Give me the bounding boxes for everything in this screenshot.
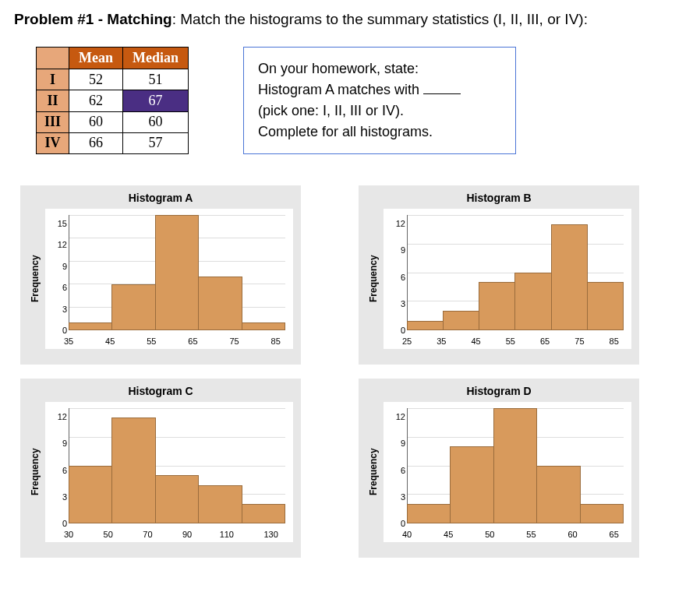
- chart-title: Histogram A: [28, 192, 293, 204]
- y-tick: 6: [47, 466, 67, 474]
- y-tick: 0: [385, 520, 405, 528]
- y-ticks: 036912: [385, 408, 405, 523]
- y-ticks: 036912: [47, 408, 67, 523]
- y-tick: 15: [47, 220, 67, 228]
- y-tick: 9: [385, 439, 405, 448]
- table-body: I 52 51 II 62 67 III 60 60 IV 66 57: [37, 69, 189, 154]
- bar: [198, 485, 242, 523]
- x-tick: 70: [143, 530, 152, 539]
- bars: [407, 215, 624, 330]
- x-ticks: 404550556065: [407, 530, 624, 539]
- mean-cell: 62: [69, 90, 123, 111]
- histogram-c-panel: Histogram C Frequency 036912305070901101…: [20, 379, 301, 558]
- x-tick: 130: [263, 530, 278, 539]
- y-tick: 9: [47, 439, 67, 448]
- x-tick: 50: [104, 530, 113, 539]
- chart-title: Histogram D: [366, 385, 631, 397]
- problem-heading: Problem #1 - Matching: Match the histogr…: [14, 11, 686, 28]
- x-tick: 45: [444, 530, 453, 539]
- x-tick: 25: [402, 336, 412, 346]
- median-cell: 60: [123, 111, 189, 132]
- y-axis-label: Frequency: [28, 209, 42, 349]
- table-corner: [37, 48, 69, 69]
- x-tick: 90: [182, 530, 192, 539]
- info-line3: (pick one: I, II, III or IV).: [258, 100, 501, 122]
- y-axis-label: Frequency: [28, 402, 42, 542]
- info-line2-text: Histogram A matches with: [258, 82, 423, 97]
- x-tick: 55: [506, 336, 515, 346]
- y-tick: 6: [47, 284, 67, 292]
- y-tick: 9: [385, 246, 405, 255]
- bar: [69, 322, 113, 330]
- plot-area: 03691225354555657585: [384, 209, 631, 349]
- info-line4: Complete for all histograms.: [258, 122, 501, 143]
- info-line1: On your homework, state:: [258, 58, 501, 79]
- y-tick: 3: [47, 492, 67, 501]
- x-ticks: 25354555657585: [407, 336, 624, 346]
- x-ticks: 354555657585: [69, 336, 285, 346]
- x-tick: 110: [220, 530, 234, 539]
- bar: [407, 321, 444, 330]
- chart-title: Histogram C: [28, 385, 293, 397]
- x-tick: 60: [567, 530, 577, 539]
- x-tick: 75: [574, 336, 584, 346]
- x-tick: 85: [610, 336, 619, 346]
- x-tick: 85: [271, 336, 281, 346]
- x-tick: 45: [105, 336, 115, 346]
- x-tick: 75: [229, 336, 239, 346]
- top-row: Mean Median I 52 51 II 62 67 III 60 60 I…: [36, 47, 686, 154]
- y-ticks: 036912: [385, 215, 405, 330]
- y-tick: 0: [47, 326, 67, 334]
- bar: [514, 273, 551, 330]
- row-label: I: [37, 69, 69, 90]
- bar: [242, 322, 286, 330]
- y-tick: 6: [385, 466, 405, 474]
- bar: [479, 282, 515, 330]
- median-cell: 51: [123, 69, 189, 90]
- histogram-a-panel: Histogram A Frequency 036912153545556575…: [20, 185, 301, 365]
- x-tick: 30: [64, 530, 73, 539]
- table-row: IV 66 57: [37, 132, 189, 153]
- y-tick: 3: [385, 492, 405, 501]
- chart-title: Histogram B: [366, 192, 631, 204]
- charts-grid: Histogram A Frequency 036912153545556575…: [20, 185, 686, 558]
- mean-cell: 52: [69, 69, 123, 90]
- x-tick: 65: [188, 336, 197, 346]
- col-mean: Mean: [69, 48, 123, 69]
- table-row: II 62 67: [37, 90, 189, 111]
- y-ticks: 03691215: [47, 215, 67, 330]
- y-tick: 3: [385, 299, 405, 308]
- x-tick: 65: [610, 530, 619, 539]
- histogram-b-panel: Histogram B Frequency 036912253545556575…: [359, 185, 639, 365]
- summary-stats-table: Mean Median I 52 51 II 62 67 III 60 60 I…: [36, 47, 189, 154]
- y-tick: 12: [385, 220, 405, 228]
- y-axis-label: Frequency: [366, 402, 380, 542]
- instructions-box: On your homework, state: Histogram A mat…: [243, 47, 516, 154]
- mean-cell: 66: [69, 132, 123, 153]
- bar: [155, 215, 200, 330]
- x-tick: 50: [485, 530, 494, 539]
- y-tick: 0: [385, 326, 405, 335]
- median-cell: 57: [123, 132, 189, 153]
- y-axis-label: Frequency: [366, 209, 380, 349]
- x-tick: 55: [147, 336, 156, 346]
- bar: [242, 504, 286, 523]
- heading-bold: Problem #1 - Matching: [14, 11, 172, 27]
- histogram-d-panel: Histogram D Frequency 036912404550556065: [359, 379, 639, 558]
- plot-area: 03691230507090110130: [45, 402, 293, 542]
- x-tick: 65: [540, 336, 550, 346]
- bar: [111, 418, 156, 523]
- x-tick: 45: [471, 336, 480, 346]
- mean-cell: 60: [69, 111, 123, 132]
- bar: [111, 284, 156, 330]
- y-tick: 12: [47, 241, 67, 249]
- y-tick: 12: [47, 413, 67, 421]
- row-label: III: [37, 111, 69, 132]
- y-tick: 3: [47, 305, 67, 313]
- x-ticks: 30507090110130: [69, 530, 285, 539]
- x-tick: 55: [526, 530, 536, 539]
- bar: [580, 504, 624, 523]
- x-tick: 40: [402, 530, 412, 539]
- bar: [407, 504, 451, 523]
- x-tick: 35: [64, 336, 73, 346]
